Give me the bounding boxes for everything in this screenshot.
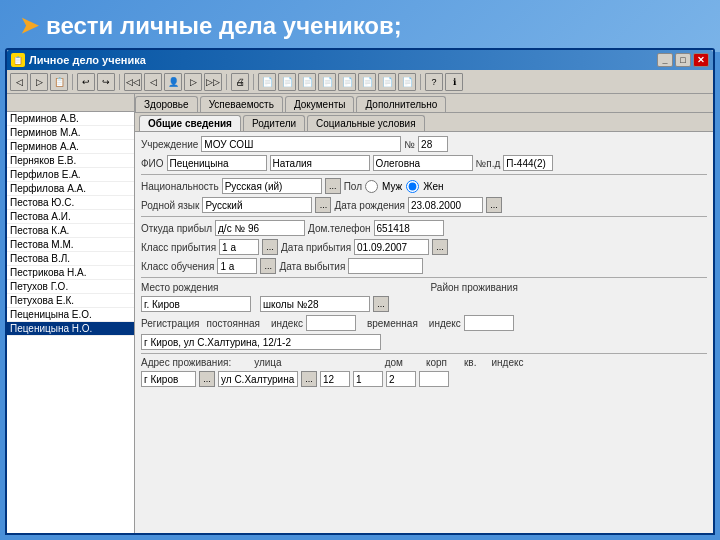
nomer-label: №: [404, 139, 415, 150]
nomer-lichdela-input[interactable]: [503, 155, 553, 171]
toolbar-btn-doc6[interactable]: 📄: [358, 73, 376, 91]
pol-muz-radio[interactable]: [365, 180, 378, 193]
adres-gorod-browse-btn[interactable]: ...: [199, 371, 215, 387]
tab-dokumenty[interactable]: Документы: [285, 96, 355, 112]
tab-uspevaemost[interactable]: Успеваемость: [200, 96, 283, 112]
student-item[interactable]: Пестова К.А.: [7, 224, 134, 238]
uchrezhdenie-input[interactable]: [201, 136, 401, 152]
toolbar: ◁ ▷ 📋 ↩ ↪ ◁◁ ◁ 👤 ▷ ▷▷ 🖨 📄 📄 📄 📄 📄 📄 📄 📄 …: [7, 70, 713, 94]
tab-obshie-svedeniya[interactable]: Общие сведения: [139, 115, 241, 131]
mesto-rozhdeniya-input[interactable]: [141, 296, 251, 312]
toolbar-btn-doc8[interactable]: 📄: [398, 73, 416, 91]
minimize-button[interactable]: _: [657, 53, 673, 67]
klass-obucheniya-input[interactable]: [217, 258, 257, 274]
toolbar-btn-2[interactable]: ▷: [30, 73, 48, 91]
toolbar-btn-doc1[interactable]: 📄: [258, 73, 276, 91]
registratsiya-indeks-label: индекс: [271, 318, 303, 329]
data-vyibyitiya-input[interactable]: [348, 258, 423, 274]
rodnoy-yazyk-browse-btn[interactable]: ...: [315, 197, 331, 213]
rayon-prozhivaniya-input[interactable]: [260, 296, 370, 312]
student-list[interactable]: Перминов А.В. Перминов М.А. Перминов А.А…: [7, 112, 134, 533]
tab-roditeli[interactable]: Родители: [243, 115, 305, 131]
student-item[interactable]: Перминов А.В.: [7, 112, 134, 126]
toolbar-btn-doc3[interactable]: 📄: [298, 73, 316, 91]
nomer-input[interactable]: [418, 136, 448, 152]
adres-indeks-input[interactable]: [419, 371, 449, 387]
student-item[interactable]: Пестрикова Н.А.: [7, 266, 134, 280]
adres-korp-input[interactable]: [353, 371, 383, 387]
pol-zhen-radio[interactable]: [406, 180, 419, 193]
toolbar-btn-4[interactable]: ↩: [77, 73, 95, 91]
registratsiya-label: Регистрация: [141, 318, 199, 329]
student-item-selected[interactable]: Пеценицына Н.О.: [7, 322, 134, 336]
pol-radio-group: Муж Жен: [365, 180, 443, 193]
otchestvo-input[interactable]: [373, 155, 473, 171]
student-item[interactable]: Петухов Г.О.: [7, 280, 134, 294]
registratsiya-indeks2-input[interactable]: [464, 315, 514, 331]
klass-pribyitiya-input[interactable]: [219, 239, 259, 255]
toolbar-btn-doc7[interactable]: 📄: [378, 73, 396, 91]
tab-dopolnitelno[interactable]: Дополнительно: [356, 96, 446, 112]
toolbar-btn-doc2[interactable]: 📄: [278, 73, 296, 91]
toolbar-btn-help[interactable]: ?: [425, 73, 443, 91]
rayon-browse-btn[interactable]: ...: [373, 296, 389, 312]
klass-obucheniya-browse-btn[interactable]: ...: [260, 258, 276, 274]
data-rozhdeniya-browse-btn[interactable]: ...: [486, 197, 502, 213]
adres-values-row: ... ...: [141, 371, 707, 387]
student-item[interactable]: Пеценицына Е.О.: [7, 308, 134, 322]
pol-zhen-label: Жен: [423, 181, 443, 192]
toolbar-btn-nav-left[interactable]: ◁◁: [124, 73, 142, 91]
dom-telefon-input[interactable]: [374, 220, 444, 236]
natsionalnost-input[interactable]: [222, 178, 322, 194]
toolbar-btn-nav-prev[interactable]: ◁: [144, 73, 162, 91]
student-item[interactable]: Петухова Е.К.: [7, 294, 134, 308]
toolbar-btn-info[interactable]: ℹ: [445, 73, 463, 91]
familiya-input[interactable]: [167, 155, 267, 171]
adres-gorod-input[interactable]: [141, 371, 196, 387]
student-list-panel: Перминов А.В. Перминов М.А. Перминов А.А…: [7, 94, 135, 533]
toolbar-btn-nav-next[interactable]: ▷: [184, 73, 202, 91]
maximize-button[interactable]: □: [675, 53, 691, 67]
student-item[interactable]: Перфилов Е.А.: [7, 168, 134, 182]
data-rozhdeniya-input[interactable]: [408, 197, 483, 213]
student-item[interactable]: Пестова В.Л.: [7, 252, 134, 266]
student-item[interactable]: Пестова М.М.: [7, 238, 134, 252]
rodnoy-yazyk-input[interactable]: [202, 197, 312, 213]
data-pribyitiya-input[interactable]: [354, 239, 429, 255]
registratsiya-adres-input[interactable]: [141, 334, 381, 350]
toolbar-btn-nav-right[interactable]: ▷▷: [204, 73, 222, 91]
toolbar-btn-print[interactable]: 🖨: [231, 73, 249, 91]
student-item[interactable]: Перфилова А.А.: [7, 182, 134, 196]
adres-ulitsa-label: улица: [254, 357, 282, 368]
toolbar-btn-doc5[interactable]: 📄: [338, 73, 356, 91]
toolbar-btn-1[interactable]: ◁: [10, 73, 28, 91]
adres-kv-input[interactable]: [386, 371, 416, 387]
student-list-header: [7, 94, 134, 112]
otkuda-pribyil-input[interactable]: [215, 220, 305, 236]
adres-ulitsa-input[interactable]: [218, 371, 298, 387]
natsionalnost-label: Национальность: [141, 181, 219, 192]
natsionalnost-browse-btn[interactable]: ...: [325, 178, 341, 194]
registratsiya-indeks-input[interactable]: [306, 315, 356, 331]
student-item[interactable]: Пестова А.И.: [7, 210, 134, 224]
imya-input[interactable]: [270, 155, 370, 171]
toolbar-btn-doc4[interactable]: 📄: [318, 73, 336, 91]
student-item[interactable]: Перминов А.А.: [7, 140, 134, 154]
toolbar-btn-5[interactable]: ↪: [97, 73, 115, 91]
student-item[interactable]: Перняков Е.В.: [7, 154, 134, 168]
form-area: Учреждение № ФИО №п.д Национ: [135, 132, 713, 533]
tab-sotsialnie-usloviya[interactable]: Социальные условия: [307, 115, 424, 131]
adres-ulitsa-browse-btn[interactable]: ...: [301, 371, 317, 387]
toolbar-btn-3[interactable]: 📋: [50, 73, 68, 91]
student-item[interactable]: Перминов М.А.: [7, 126, 134, 140]
otkuda-pribyil-label: Откуда прибыл: [141, 223, 212, 234]
student-item[interactable]: Пестова Ю.С.: [7, 196, 134, 210]
klass-pribyitiya-browse-btn[interactable]: ...: [262, 239, 278, 255]
toolbar-btn-person[interactable]: 👤: [164, 73, 182, 91]
data-pribyitiya-browse-btn[interactable]: ...: [432, 239, 448, 255]
titlebar-controls[interactable]: _ □ ✕: [657, 53, 709, 67]
tab-zdorovye[interactable]: Здоровье: [135, 96, 198, 112]
window-title: Личное дело ученика: [29, 54, 146, 66]
adres-dom-input[interactable]: [320, 371, 350, 387]
close-button[interactable]: ✕: [693, 53, 709, 67]
